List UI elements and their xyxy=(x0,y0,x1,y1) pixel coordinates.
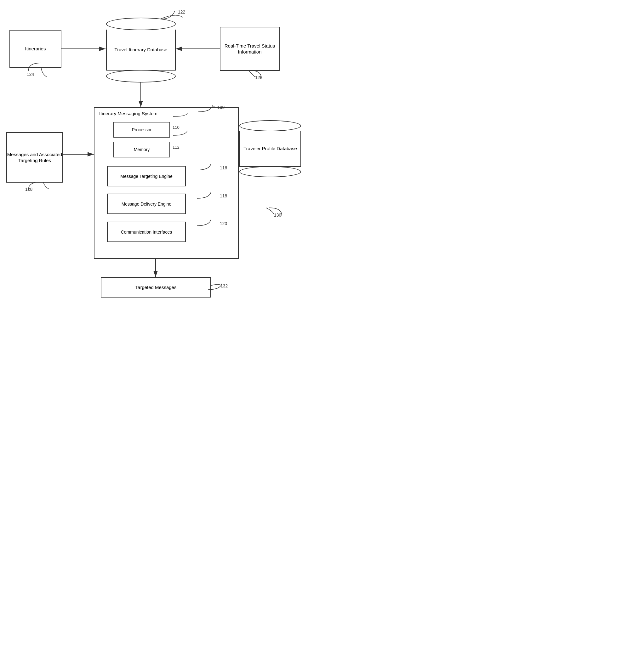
traveler-profile-db: Traveler Profile Database xyxy=(239,120,302,178)
label-118: 118 xyxy=(220,193,227,198)
label-128: 128 xyxy=(25,187,32,192)
msg-targeting-engine-label: Message Targeting Engine xyxy=(120,174,172,179)
label-124: 124 xyxy=(27,72,34,77)
messages-targeting-label: Messages and Associated Targeting Rules xyxy=(7,151,62,164)
traveler-profile-db-label: Traveler Profile Database xyxy=(241,143,299,154)
travel-itinerary-db: Travel Itinerary Database xyxy=(106,17,176,83)
comm-interfaces-box: Communication Interfaces xyxy=(107,221,186,242)
realtime-travel-label: Real-Time Travel Status Information xyxy=(221,43,279,55)
main-system-box: Itinerary Messaging System Processor 110… xyxy=(94,107,239,259)
msg-delivery-engine-label: Message Delivery Engine xyxy=(121,202,171,207)
processor-box: Processor xyxy=(113,122,170,138)
itineraries-label: Itineraries xyxy=(25,46,46,52)
label-116: 116 xyxy=(220,165,227,170)
label-126: 126 xyxy=(255,75,262,80)
realtime-travel-box: Real-Time Travel Status Information xyxy=(220,27,280,71)
travel-itinerary-db-label: Travel Itinerary Database xyxy=(112,43,171,56)
label-132: 132 xyxy=(221,283,228,288)
memory-label: Memory xyxy=(134,147,150,152)
label-110-rel: 110 xyxy=(172,125,180,130)
messages-targeting-box: Messages and Associated Targeting Rules xyxy=(6,132,63,183)
label-130: 130 xyxy=(274,212,281,217)
label-100: 100 xyxy=(217,105,225,110)
label-122: 122 xyxy=(178,9,185,15)
targeted-messages-box: Targeted Messages xyxy=(101,277,211,298)
processor-label: Processor xyxy=(132,127,152,132)
itineraries-box: Itineraries xyxy=(9,30,62,68)
main-system-title: Itinerary Messaging System xyxy=(99,111,158,116)
memory-box: Memory xyxy=(113,142,170,158)
msg-delivery-engine-box: Message Delivery Engine xyxy=(107,194,186,214)
msg-targeting-engine-box: Message Targeting Engine xyxy=(107,166,186,186)
label-112-rel: 112 xyxy=(172,145,180,149)
label-120: 120 xyxy=(220,221,227,226)
diagram-container: Travel Itinerary Database 122 Itinerarie… xyxy=(0,0,322,329)
targeted-messages-label: Targeted Messages xyxy=(135,284,177,290)
comm-interfaces-label: Communication Interfaces xyxy=(121,230,172,235)
